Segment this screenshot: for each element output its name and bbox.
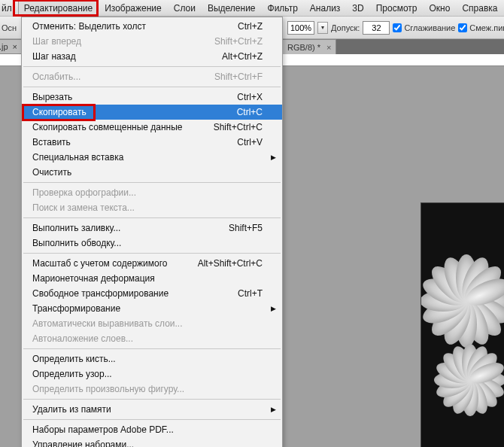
menu-window[interactable]: Окно bbox=[424, 1, 457, 16]
menu-item-label: Проверка орфографии... bbox=[32, 187, 136, 198]
menu-item-shortcut: Ctrl+Z bbox=[238, 21, 263, 32]
menu-item: Проверка орфографии... bbox=[22, 185, 282, 200]
menu-separator bbox=[23, 419, 281, 420]
close-icon[interactable]: × bbox=[13, 42, 17, 51]
antialias-label: Сглаживание bbox=[404, 23, 455, 32]
menu-item-shortcut: Ctrl+X bbox=[237, 92, 263, 102]
menu-item[interactable]: Управление наборами... bbox=[22, 437, 282, 447]
menu-item-label: Выполнить обводку... bbox=[32, 238, 121, 248]
menu-filter[interactable]: Фильтр bbox=[262, 1, 304, 16]
menu-item-label: Определить произвольную фигуру... bbox=[32, 384, 184, 394]
menu-item-label: Вставить bbox=[32, 137, 71, 147]
menu-item[interactable]: Очистить bbox=[22, 165, 282, 180]
menu-layers[interactable]: Слои bbox=[168, 1, 202, 16]
menu-item[interactable]: Масштаб с учетом содержимогоAlt+Shift+Ct… bbox=[22, 256, 282, 271]
menu-item[interactable]: Определить узор... bbox=[22, 366, 282, 382]
menu-item[interactable]: Свободное трансформированиеCtrl+T bbox=[22, 286, 282, 301]
menu-image[interactable]: Изображение bbox=[99, 1, 168, 16]
menu-item-label: Масштаб с учетом содержимого bbox=[32, 258, 168, 269]
toolbar-left-label: Осн bbox=[2, 23, 17, 32]
menubar: йл Редактирование Изображение Слои Выдел… bbox=[0, 0, 504, 17]
menu-item[interactable]: Отменить: Выделить холстCtrl+Z bbox=[22, 19, 282, 34]
menu-help[interactable]: Справка bbox=[456, 1, 503, 16]
menu-item-label: Шаг вперед bbox=[32, 36, 81, 47]
document-tab-left-label: 283.jp bbox=[0, 42, 8, 51]
menu-file-partial[interactable]: йл bbox=[2, 1, 18, 16]
menu-item[interactable]: Наборы параметров Adobe PDF... bbox=[22, 422, 282, 437]
menu-item-label: Очистить bbox=[32, 167, 71, 178]
menu-item-label: Автоматически выравнивать слои... bbox=[32, 318, 183, 329]
menu-item[interactable]: СкопироватьCtrl+C bbox=[22, 105, 282, 120]
menu-edit[interactable]: Редактирование bbox=[18, 1, 99, 16]
menu-item[interactable]: Скопировать совмещенные данныеShift+Ctrl… bbox=[22, 120, 282, 135]
menu-item[interactable]: ВырезатьCtrl+X bbox=[22, 90, 282, 105]
menu-select[interactable]: Выделение bbox=[202, 1, 262, 16]
menu-item-shortcut: Alt+Ctrl+Z bbox=[222, 51, 263, 62]
menu-item: Определить произвольную фигуру... bbox=[22, 382, 282, 397]
menu-separator bbox=[23, 399, 281, 400]
menu-separator bbox=[23, 87, 281, 87]
menu-item: Шаг впередShift+Ctrl+Z bbox=[22, 34, 282, 49]
canvas-image bbox=[421, 203, 504, 447]
menu-item-shortcut: Shift+Ctrl+C bbox=[214, 122, 263, 132]
menu-item-label: Выполнить заливку... bbox=[32, 223, 120, 233]
menu-item-label: Автоналожение слоев... bbox=[32, 333, 133, 344]
document-tab-main[interactable]: RGB/8) * × bbox=[282, 39, 336, 54]
menu-analysis[interactable]: Анализ bbox=[304, 1, 347, 16]
menu-item: Автоматически выравнивать слои... bbox=[22, 316, 282, 331]
menu-item[interactable]: Марионеточная деформация bbox=[22, 271, 282, 286]
menu-item-shortcut: Ctrl+V bbox=[237, 137, 263, 147]
menu-item-label: Определить кисть... bbox=[32, 354, 116, 364]
menu-item-label: Скопировать bbox=[32, 107, 87, 117]
menu-item-label: Удалить из памяти bbox=[32, 404, 111, 415]
menu-item-label: Управление наборами... bbox=[32, 439, 134, 447]
menu-item-label: Специальная вставка bbox=[32, 152, 123, 163]
contiguous-label: Смеж.пикс bbox=[469, 23, 504, 32]
menu-item-shortcut: Shift+F5 bbox=[229, 223, 263, 233]
menu-item[interactable]: Шаг назадAlt+Ctrl+Z bbox=[22, 49, 282, 64]
menu-view[interactable]: Просмотр bbox=[370, 1, 424, 16]
menu-item-label: Отменить: Выделить холст bbox=[32, 21, 146, 32]
menu-item: Поиск и замена текста... bbox=[22, 200, 282, 215]
menu-item-label: Шаг назад bbox=[32, 51, 76, 62]
document-tab-left[interactable]: 283.jp × bbox=[0, 39, 23, 54]
zoom-input[interactable] bbox=[287, 21, 314, 35]
menu-item-label: Наборы параметров Adobe PDF... bbox=[32, 424, 174, 435]
menu-separator bbox=[23, 253, 281, 254]
menu-item[interactable]: Трансформирование bbox=[22, 301, 282, 316]
tolerance-input[interactable] bbox=[363, 21, 390, 35]
zoom-dropdown-icon[interactable]: ▾ bbox=[317, 22, 328, 34]
menu-item[interactable]: Определить кисть... bbox=[22, 351, 282, 366]
menu-3d[interactable]: 3D bbox=[346, 1, 369, 16]
menu-item[interactable]: Специальная вставка bbox=[22, 150, 282, 165]
tolerance-label: Допуск: bbox=[331, 23, 360, 32]
menu-item-label: Определить узор... bbox=[32, 369, 112, 379]
menu-item: Ослабить...Shift+Ctrl+F bbox=[22, 69, 282, 84]
menu-item-shortcut: Alt+Shift+Ctrl+C bbox=[198, 258, 263, 269]
menu-item[interactable]: Выполнить обводку... bbox=[22, 236, 282, 251]
contiguous-checkbox[interactable] bbox=[458, 23, 467, 32]
menu-separator bbox=[23, 217, 281, 218]
menu-item: Автоналожение слоев... bbox=[22, 331, 282, 346]
menu-item-shortcut: Ctrl+T bbox=[238, 288, 263, 299]
menu-item-label: Вырезать bbox=[32, 92, 72, 102]
menu-item-shortcut: Shift+Ctrl+Z bbox=[214, 36, 263, 47]
menu-item-label: Поиск и замена текста... bbox=[32, 202, 135, 213]
menu-separator bbox=[23, 348, 281, 349]
menu-item[interactable]: Удалить из памяти bbox=[22, 402, 282, 417]
menu-item[interactable]: ВставитьCtrl+V bbox=[22, 135, 282, 150]
menu-item-label: Трансформирование bbox=[32, 303, 120, 314]
menu-item-label: Свободное трансформирование bbox=[32, 288, 169, 299]
antialias-checkbox[interactable] bbox=[393, 23, 402, 32]
edit-menu-dropdown: Отменить: Выделить холстCtrl+ZШаг вперед… bbox=[21, 17, 283, 447]
menu-item-label: Марионеточная деформация bbox=[32, 273, 155, 284]
close-icon[interactable]: × bbox=[326, 43, 331, 52]
document-tab-main-label: RGB/8) * bbox=[287, 43, 320, 52]
menu-item-label: Ослабить... bbox=[32, 71, 80, 82]
menu-separator bbox=[23, 66, 281, 67]
menu-separator bbox=[23, 182, 281, 183]
menu-item[interactable]: Выполнить заливку...Shift+F5 bbox=[22, 220, 282, 236]
menu-item-label: Скопировать совмещенные данные bbox=[32, 122, 183, 132]
menu-item-shortcut: Ctrl+C bbox=[237, 107, 263, 117]
menu-item-shortcut: Shift+Ctrl+F bbox=[214, 71, 263, 82]
